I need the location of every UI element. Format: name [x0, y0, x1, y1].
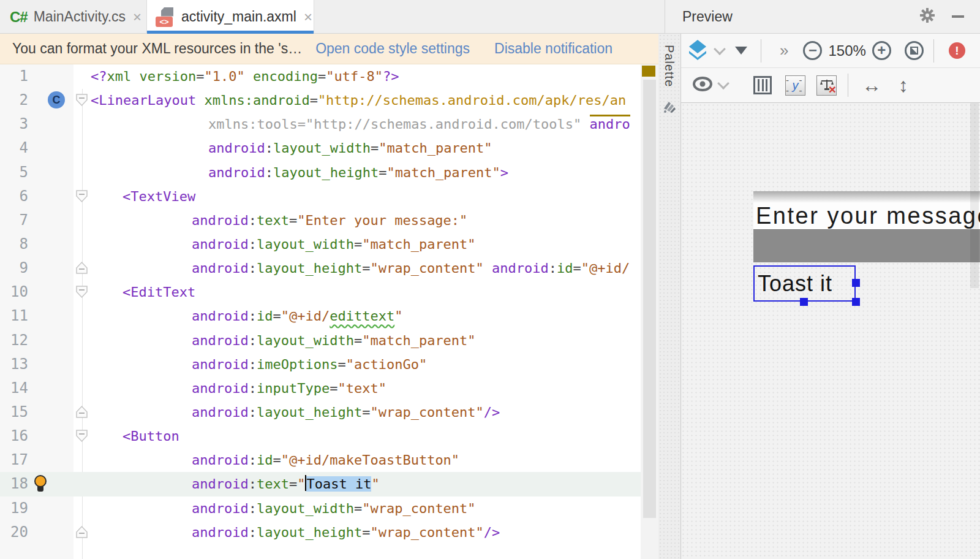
preview-textview[interactable]: Enter your message:: [753, 203, 980, 229]
code-line-text[interactable]: android:text="Toast it": [91, 472, 641, 496]
zoom-in-icon[interactable]: +: [872, 41, 891, 60]
preview-button-selected[interactable]: Toast it: [753, 265, 856, 302]
height-arrow-icon[interactable]: ↕: [899, 74, 908, 97]
constraints-off-icon[interactable]: ×: [816, 75, 837, 96]
editor-scrollbar-thumb[interactable]: [643, 80, 656, 518]
selection-handle-bottom[interactable]: [800, 298, 808, 306]
chevron-down-icon[interactable]: [717, 77, 729, 89]
baseline-icon[interactable]: --y--: [785, 75, 805, 96]
code-line-text[interactable]: <LinearLayout xmlns:android="http://sche…: [91, 88, 641, 112]
code-line[interactable]: 11android:id="@+id/edittext": [0, 304, 641, 328]
code-line-text[interactable]: <TextView: [91, 184, 641, 208]
code-line[interactable]: 7android:text="Enter your message:": [0, 208, 641, 232]
code-line[interactable]: 4android:layout_width="match_parent": [0, 136, 641, 160]
code-line-text[interactable]: android:inputType="text": [91, 376, 641, 400]
fold-marker[interactable]: [74, 88, 91, 112]
code-line[interactable]: 16<Button: [0, 424, 641, 448]
class-gutter-icon[interactable]: C: [48, 91, 65, 108]
fold-marker[interactable]: [74, 184, 91, 208]
csharp-file-icon: C#: [10, 9, 28, 26]
preview-toolbar-bottom: --y-- × ↔ ↕: [681, 68, 980, 103]
code-line-text[interactable]: <?xml version="1.0" encoding="utf-8"?>: [91, 64, 641, 88]
code-line-text[interactable]: android:layout_width="match_parent": [91, 329, 641, 352]
code-line-text[interactable]: android:imeOptions="actionGo": [91, 352, 641, 376]
code-line-text[interactable]: android:layout_width="match_parent": [91, 232, 641, 256]
code-line[interactable]: 6<TextView: [0, 184, 641, 208]
fold-marker[interactable]: [74, 400, 91, 424]
gutter-icon-cell: [28, 520, 74, 544]
code-line[interactable]: 14android:inputType="text": [0, 376, 641, 400]
fold-marker[interactable]: [74, 256, 91, 280]
minimize-icon[interactable]: [952, 15, 964, 18]
palette-icon[interactable]: [663, 100, 677, 117]
code-line-text[interactable]: android:layout_width="match_parent": [91, 136, 641, 160]
eye-icon[interactable]: [692, 77, 713, 94]
fold-marker[interactable]: [74, 520, 91, 544]
selection-handle-right[interactable]: [852, 279, 860, 287]
code-line[interactable]: 20android:layout_height="wrap_content"/>: [0, 520, 641, 544]
selection-handle-corner[interactable]: [852, 298, 860, 306]
open-code-style-settings-link[interactable]: Open code style settings: [315, 40, 470, 57]
toolbar-separator: [761, 39, 761, 63]
lightbulb-icon[interactable]: [34, 475, 47, 492]
columns-icon[interactable]: [753, 76, 772, 94]
code-line[interactable]: 13android:imeOptions="actionGo": [0, 352, 641, 376]
close-icon[interactable]: ×: [304, 9, 312, 26]
preview-canvas[interactable]: Enter your message: Toast it: [681, 103, 980, 559]
fold-cell: [74, 136, 91, 160]
code-line-text[interactable]: android:text="Enter your message:": [91, 208, 641, 232]
code-line[interactable]: 17android:id="@+id/makeToastButton": [0, 448, 641, 472]
editor-scrollbar[interactable]: [641, 64, 658, 559]
code-line-text[interactable]: android:id="@+id/makeToastButton": [91, 448, 641, 472]
code-area[interactable]: 1<?xml version="1.0" encoding="utf-8"?>2…: [0, 64, 641, 544]
code-line-text[interactable]: <Button: [91, 424, 641, 448]
zoom-out-icon[interactable]: −: [803, 41, 822, 60]
changed-lines-marker: [642, 66, 655, 77]
code-line-text[interactable]: android:layout_height="wrap_content"/>: [91, 520, 641, 544]
gutter-icon-cell: [28, 496, 74, 520]
code-line[interactable]: 9android:layout_height="wrap_content" an…: [0, 256, 641, 280]
dropdown-arrow-icon[interactable]: [735, 47, 747, 55]
gear-icon[interactable]: [919, 7, 936, 26]
gutter-icon-cell: [28, 184, 74, 208]
preview-scrollbar-thumb[interactable]: [970, 103, 979, 288]
code-line-text[interactable]: android:id="@+id/edittext": [91, 304, 641, 328]
preview-edittext[interactable]: [753, 229, 980, 262]
tab-palette[interactable]: Palette: [662, 45, 676, 87]
code-line-text[interactable]: android:layout_width="wrap_content": [91, 496, 641, 520]
overflow-chevrons-icon[interactable]: »: [780, 41, 790, 60]
fold-marker[interactable]: [74, 280, 91, 304]
code-line[interactable]: 19android:layout_width="wrap_content": [0, 496, 641, 520]
layers-icon[interactable]: [686, 39, 709, 63]
code-line-text[interactable]: android:layout_height="match_parent">: [91, 161, 641, 184]
code-line-text[interactable]: android:layout_height="wrap_content"/>: [91, 400, 641, 424]
code-line-text[interactable]: <EditText: [91, 280, 641, 304]
gutter-icon-cell: [28, 352, 74, 376]
code-editor[interactable]: 1<?xml version="1.0" encoding="utf-8"?>2…: [0, 64, 641, 559]
tab-mainactivity[interactable]: C# MainActivity.cs ×: [0, 0, 147, 34]
preview-panel-title: Preview: [682, 9, 919, 25]
fold-marker[interactable]: [74, 424, 91, 448]
error-badge-icon[interactable]: !: [949, 42, 965, 59]
fold-cell: [74, 448, 91, 472]
close-icon[interactable]: ×: [133, 9, 141, 26]
code-line[interactable]: 5android:layout_height="match_parent">: [0, 161, 641, 184]
code-line[interactable]: 18android:text="Toast it": [0, 472, 641, 496]
code-line[interactable]: 12android:layout_width="match_parent": [0, 329, 641, 352]
device-screen-top-gradient: [753, 191, 980, 203]
line-number: 19: [0, 496, 28, 520]
code-line[interactable]: 2C<LinearLayout xmlns:android="http://sc…: [0, 88, 641, 112]
code-line[interactable]: 3xmlns:tools="http://schemas.android.com…: [0, 112, 641, 136]
code-line-text[interactable]: android:layout_height="wrap_content" and…: [91, 256, 641, 280]
fit-zoom-icon[interactable]: [905, 41, 924, 60]
code-line[interactable]: 10<EditText: [0, 280, 641, 304]
code-line[interactable]: 15android:layout_height="wrap_content"/>: [0, 400, 641, 424]
code-line[interactable]: 1<?xml version="1.0" encoding="utf-8"?>: [0, 64, 641, 88]
gutter-icon-cell: [28, 208, 74, 232]
tab-activity-main[interactable]: <> activity_main.axml ×: [147, 0, 314, 34]
chevron-down-icon[interactable]: [714, 43, 726, 55]
code-line-text[interactable]: xmlns:tools="http://schemas.android.com/…: [91, 112, 641, 136]
code-line[interactable]: 8android:layout_width="match_parent": [0, 232, 641, 256]
disable-notification-link[interactable]: Disable notification: [494, 40, 612, 57]
width-arrow-icon[interactable]: ↔: [862, 74, 881, 97]
